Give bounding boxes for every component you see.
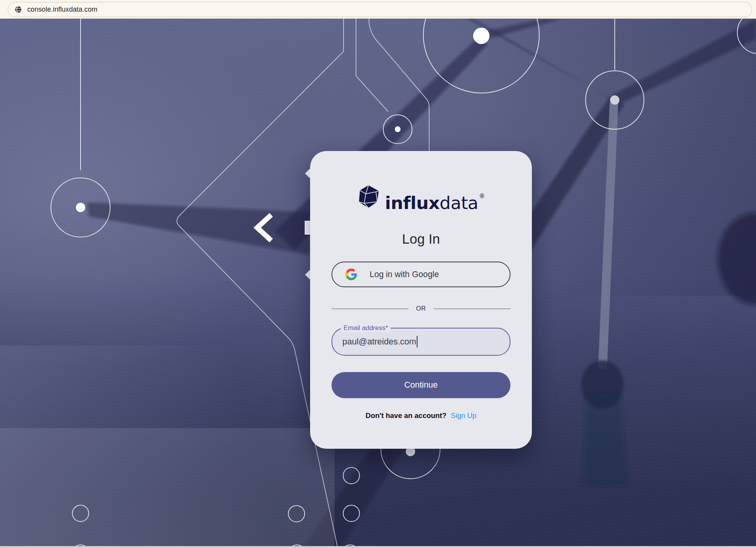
login-card: influxdata® Log In Log in with Google OR…	[310, 151, 532, 449]
page-title: Log In	[402, 231, 440, 247]
globe-icon	[14, 6, 22, 13]
login-with-google-button[interactable]: Log in with Google	[332, 262, 510, 287]
bottom-edge-strip	[0, 546, 756, 548]
page: influxdata® Log In Log in with Google OR…	[0, 0, 756, 548]
hub-dot-left	[76, 203, 85, 212]
bubble-circle	[288, 506, 305, 522]
bubble-circle	[343, 505, 360, 522]
hub-dot-small	[395, 126, 401, 132]
continue-button-label: Continue	[404, 380, 438, 390]
wordmark-light: data	[440, 193, 478, 213]
bubble-circle	[343, 467, 360, 484]
email-field-value: paul@atreides.com	[342, 328, 417, 355]
bubble-circle	[72, 505, 89, 522]
signup-prompt: Don't have an account?	[366, 411, 447, 420]
or-divider: OR	[332, 305, 510, 312]
chevron-left-icon[interactable]	[257, 215, 271, 241]
browser-url-bar: console.influxdata.com	[0, 0, 756, 19]
google-g-icon	[346, 269, 357, 280]
url-text: console.influxdata.com	[27, 5, 97, 14]
text-cursor	[417, 336, 417, 348]
url-input[interactable]: console.influxdata.com	[8, 2, 752, 17]
divider-line-left	[332, 309, 409, 309]
hub-dot-top-center	[473, 28, 489, 44]
email-input[interactable]: Email address* paul@atreides.com	[332, 328, 510, 356]
influxdata-wordmark: influxdata®	[385, 184, 484, 216]
influxdata-cube-icon	[357, 184, 380, 209]
registered-mark: ®	[479, 193, 485, 200]
signup-row: Don't have an account? Sign Up	[366, 411, 477, 420]
influxdata-logo: influxdata®	[357, 184, 484, 209]
signup-link[interactable]: Sign Up	[451, 411, 477, 420]
divider-line-right	[434, 309, 511, 309]
divider-label: OR	[416, 305, 426, 312]
continue-button[interactable]: Continue	[332, 372, 510, 398]
wordmark-bold: influx	[385, 193, 440, 213]
hub-dot-right	[610, 95, 619, 105]
google-button-label: Log in with Google	[370, 270, 439, 279]
connector-to-small-node	[356, 19, 388, 112]
